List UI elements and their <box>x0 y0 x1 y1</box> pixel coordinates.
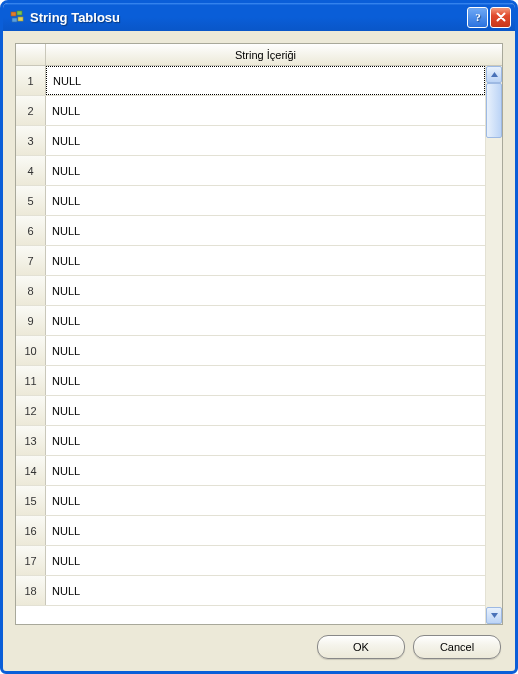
table-row[interactable]: 5NULL <box>16 186 485 216</box>
row-cell[interactable]: NULL <box>46 426 485 455</box>
row-cell[interactable]: NULL <box>46 396 485 425</box>
grid-header: String İçeriği <box>16 44 502 66</box>
row-cell[interactable]: NULL <box>46 126 485 155</box>
close-button[interactable] <box>490 7 511 28</box>
help-button[interactable]: ? <box>467 7 488 28</box>
row-header[interactable]: 17 <box>16 546 46 575</box>
row-header[interactable]: 8 <box>16 276 46 305</box>
row-header[interactable]: 18 <box>16 576 46 605</box>
scroll-down-button[interactable] <box>486 607 502 624</box>
grid-scroll-corner <box>485 44 502 65</box>
row-header[interactable]: 5 <box>16 186 46 215</box>
table-row[interactable]: 15NULL <box>16 486 485 516</box>
svg-rect-1 <box>17 11 22 15</box>
row-cell[interactable]: NULL <box>46 546 485 575</box>
row-header[interactable]: 15 <box>16 486 46 515</box>
row-cell[interactable]: NULL <box>46 306 485 335</box>
string-grid: String İçeriği 1NULL2NULL3NULL4NULL5NULL… <box>15 43 503 625</box>
table-row[interactable]: 10NULL <box>16 336 485 366</box>
row-cell[interactable]: NULL <box>46 216 485 245</box>
row-header[interactable]: 16 <box>16 516 46 545</box>
row-header[interactable]: 9 <box>16 306 46 335</box>
window-title: String Tablosu <box>30 10 465 25</box>
svg-rect-3 <box>18 17 23 21</box>
row-cell[interactable]: NULL <box>46 456 485 485</box>
row-header[interactable]: 6 <box>16 216 46 245</box>
row-header[interactable]: 3 <box>16 126 46 155</box>
row-cell[interactable]: NULL <box>46 336 485 365</box>
table-row[interactable]: 9NULL <box>16 306 485 336</box>
table-row[interactable]: 11NULL <box>16 366 485 396</box>
table-row[interactable]: 13NULL <box>16 426 485 456</box>
table-row[interactable]: 4NULL <box>16 156 485 186</box>
table-row[interactable]: 1NULL <box>16 66 485 96</box>
table-row[interactable]: 2NULL <box>16 96 485 126</box>
table-row[interactable]: 17NULL <box>16 546 485 576</box>
row-cell[interactable]: NULL <box>46 96 485 125</box>
row-cell[interactable]: NULL <box>46 276 485 305</box>
row-header[interactable]: 12 <box>16 396 46 425</box>
grid-body: 1NULL2NULL3NULL4NULL5NULL6NULL7NULL8NULL… <box>16 66 485 624</box>
row-cell[interactable]: NULL <box>46 486 485 515</box>
vertical-scrollbar[interactable] <box>485 66 502 624</box>
row-cell[interactable]: NULL <box>46 66 485 95</box>
row-header[interactable]: 10 <box>16 336 46 365</box>
row-header[interactable]: 14 <box>16 456 46 485</box>
row-header[interactable]: 11 <box>16 366 46 395</box>
scroll-up-button[interactable] <box>486 66 502 83</box>
table-row[interactable]: 14NULL <box>16 456 485 486</box>
dialog-window: String Tablosu ? String İçeriği 1NULL2NU… <box>0 0 518 674</box>
svg-text:?: ? <box>475 11 481 23</box>
client-area: String İçeriği 1NULL2NULL3NULL4NULL5NULL… <box>3 31 515 671</box>
scroll-track[interactable] <box>486 83 502 607</box>
svg-rect-0 <box>11 12 16 16</box>
row-header[interactable]: 4 <box>16 156 46 185</box>
cancel-button[interactable]: Cancel <box>413 635 501 659</box>
row-header[interactable]: 1 <box>16 66 46 95</box>
svg-rect-2 <box>12 18 17 22</box>
table-row[interactable]: 18NULL <box>16 576 485 606</box>
table-row[interactable]: 7NULL <box>16 246 485 276</box>
table-row[interactable]: 6NULL <box>16 216 485 246</box>
row-cell[interactable]: NULL <box>46 516 485 545</box>
table-row[interactable]: 8NULL <box>16 276 485 306</box>
row-cell[interactable]: NULL <box>46 186 485 215</box>
row-header[interactable]: 2 <box>16 96 46 125</box>
titlebar[interactable]: String Tablosu ? <box>3 3 515 31</box>
row-cell[interactable]: NULL <box>46 246 485 275</box>
button-bar: OK Cancel <box>15 635 503 659</box>
table-row[interactable]: 16NULL <box>16 516 485 546</box>
row-header[interactable]: 13 <box>16 426 46 455</box>
row-cell[interactable]: NULL <box>46 576 485 605</box>
table-row[interactable]: 12NULL <box>16 396 485 426</box>
grid-corner[interactable] <box>16 44 46 65</box>
row-header[interactable]: 7 <box>16 246 46 275</box>
app-icon <box>9 9 25 25</box>
scroll-thumb[interactable] <box>486 83 502 138</box>
column-header[interactable]: String İçeriği <box>46 44 485 65</box>
row-cell[interactable]: NULL <box>46 366 485 395</box>
table-row[interactable]: 3NULL <box>16 126 485 156</box>
ok-button[interactable]: OK <box>317 635 405 659</box>
row-cell[interactable]: NULL <box>46 156 485 185</box>
